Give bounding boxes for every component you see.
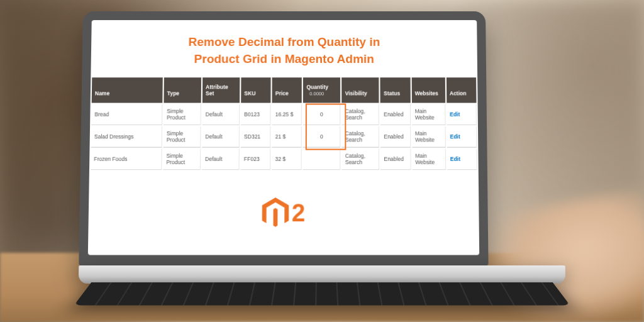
cell-type: Simple Product (164, 126, 201, 147)
col-quantity-sample: 0.0000 (309, 91, 324, 97)
col-type[interactable]: Type (164, 77, 202, 103)
cell-sku: FF023 (241, 149, 271, 170)
col-sku[interactable]: SKU (241, 77, 271, 103)
cell-websites: Main Website (412, 104, 446, 125)
col-status[interactable]: Status (380, 77, 411, 103)
col-name[interactable]: Name (92, 77, 163, 103)
edit-link[interactable]: Edit (450, 156, 460, 162)
cell-status: Enabled (380, 126, 411, 147)
laptop: Remove Decimal from Quantity in Product … (78, 11, 567, 322)
cell-sku: B0123 (241, 104, 271, 125)
cell-name: Frozen Foods (91, 149, 162, 170)
laptop-base (79, 265, 565, 284)
magento-logo-row: 2 (88, 171, 479, 255)
cell-quantity: 0 (303, 104, 340, 125)
table-row[interactable]: Salad DressingsSimple ProductDefaultSD32… (91, 126, 477, 147)
cell-visibility: Catalog, Search (342, 126, 380, 147)
cell-action: Edit (447, 104, 477, 125)
magento-icon (262, 197, 289, 228)
col-visibility[interactable]: Visibility (342, 77, 379, 103)
grid-header-row: Name Type Attribute Set SKU Price Quanti… (92, 77, 477, 103)
cell-websites: Main Website (412, 126, 446, 147)
cell-visibility: Catalog, Search (342, 104, 380, 125)
cell-action: Edit (447, 149, 477, 170)
cell-quantity (303, 149, 341, 170)
cell-attr: Default (202, 126, 240, 147)
col-attr-set[interactable]: Attribute Set (203, 77, 240, 103)
edit-link[interactable]: Edit (450, 111, 460, 118)
cell-attr: Default (203, 104, 240, 125)
page-title: Remove Decimal from Quantity in Product … (91, 20, 477, 76)
cell-status: Enabled (380, 149, 411, 170)
laptop-screen-frame: Remove Decimal from Quantity in Product … (79, 11, 488, 267)
cell-status: Enabled (380, 104, 411, 125)
magento-version-label: 2 (292, 199, 306, 227)
cell-sku: SD321 (241, 126, 271, 147)
cell-price: 16.25 $ (272, 104, 303, 125)
product-grid: Name Type Attribute Set SKU Price Quanti… (89, 76, 479, 171)
cell-price: 32 $ (272, 149, 302, 170)
edit-link[interactable]: Edit (450, 133, 460, 140)
col-price[interactable]: Price (272, 77, 303, 103)
col-quantity-label: Quantity (306, 84, 328, 90)
table-row[interactable]: BreadSimple ProductDefaultB012316.25 $0C… (91, 104, 477, 125)
title-line-1: Remove Decimal from Quantity in (188, 35, 380, 48)
cell-name: Bread (91, 104, 162, 125)
cell-type: Simple Product (164, 104, 201, 125)
title-line-2: Product Grid in Magento Admin (194, 52, 374, 65)
cell-name: Salad Dressings (91, 126, 163, 147)
cell-websites: Main Website (412, 149, 446, 170)
col-quantity[interactable]: Quantity 0.0000 (303, 77, 340, 103)
cell-price: 21 $ (272, 126, 303, 147)
col-websites[interactable]: Websites (411, 77, 445, 103)
cell-type: Simple Product (163, 149, 201, 170)
laptop-screen: Remove Decimal from Quantity in Product … (88, 20, 479, 255)
cell-action: Edit (447, 126, 477, 147)
table-row[interactable]: Frozen FoodsSimple ProductDefaultFF02332… (91, 149, 477, 170)
cell-attr: Default (202, 149, 240, 170)
col-action[interactable]: Action (447, 77, 477, 103)
laptop-keyboard (74, 282, 570, 306)
cell-visibility: Catalog, Search (342, 149, 380, 170)
cell-quantity: 0 (303, 126, 341, 147)
